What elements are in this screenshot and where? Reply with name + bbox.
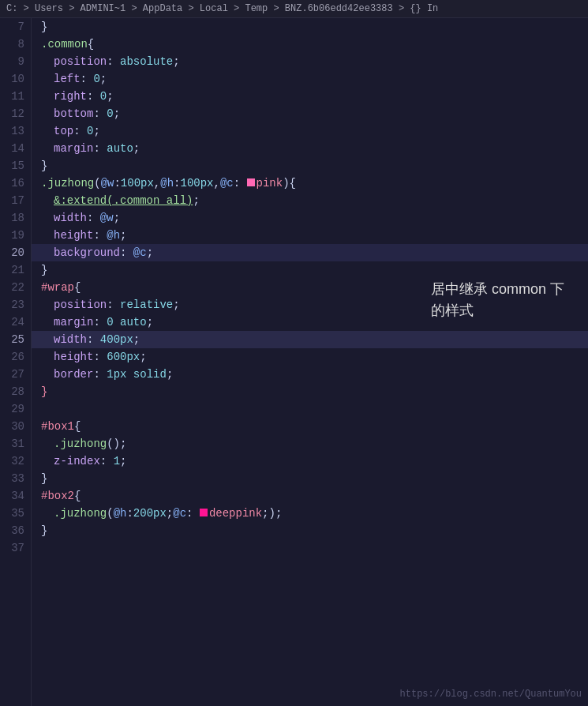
line-num-27: 27 — [6, 366, 24, 383]
code-line-25: width: 400px; — [32, 331, 588, 348]
code-line-20: background: @c; — [32, 244, 588, 261]
code-line-27: border: 1px solid; — [32, 366, 588, 383]
code-line-11: right: 0; — [32, 88, 588, 105]
line-num-8: 8 — [6, 36, 24, 53]
annotation-tooltip: 居中继承 common 下 的样式 — [431, 279, 564, 321]
color-swatch-deeppink — [200, 509, 208, 516]
line-num-9: 9 — [6, 53, 24, 70]
code-line-21: } — [32, 261, 588, 279]
line-num-31: 31 — [6, 435, 24, 453]
line-num-15: 15 — [6, 157, 24, 175]
code-line-16: .juzhong(@w:100px,@h:100px,@c: pink){ — [32, 175, 588, 192]
code-line-8: .common{ — [32, 36, 588, 53]
line-num-23: 23 — [6, 296, 24, 314]
color-swatch-pink — [247, 178, 255, 186]
code-line-19: height: @h; — [32, 227, 588, 244]
code-line-18: width: @w; — [32, 209, 588, 227]
code-line-26: height: 600px; — [32, 348, 588, 366]
line-num-14: 14 — [6, 140, 24, 157]
code-line-29 — [32, 400, 588, 418]
code-line-14: margin: auto; — [32, 140, 588, 157]
line-num-18: 18 — [6, 209, 24, 227]
line-num-30: 30 — [6, 418, 24, 435]
code-line-13: top: 0; — [32, 122, 588, 140]
code-line-30: #box1{ — [32, 418, 588, 435]
breadcrumb: C: > Users > ADMINI~1 > AppData > Local … — [0, 0, 588, 18]
editor-container: C: > Users > ADMINI~1 > AppData > Local … — [0, 0, 588, 706]
line-num-29: 29 — [6, 400, 24, 418]
code-line-28: } — [32, 383, 588, 400]
line-num-32: 32 — [6, 453, 24, 470]
code-area: 7 8 9 10 11 12 13 14 15 16 17 18 19 20 2… — [0, 18, 588, 706]
code-line-33: } — [32, 470, 588, 487]
code-line-32: z-index: 1; — [32, 453, 588, 470]
line-num-21: 21 — [6, 261, 24, 279]
line-num-35: 35 — [6, 505, 24, 522]
code-line-15: } — [32, 157, 588, 175]
annotation-line1: 居中继承 common 下 — [431, 281, 564, 297]
line-num-34: 34 — [6, 487, 24, 505]
code-line-10: left: 0; — [32, 70, 588, 88]
line-num-12: 12 — [6, 105, 24, 122]
line-numbers: 7 8 9 10 11 12 13 14 15 16 17 18 19 20 2… — [0, 18, 32, 706]
annotation-line2: 的样式 — [431, 302, 474, 318]
code-line-35: .juzhong(@h:200px;@c: deeppink;); — [32, 505, 588, 522]
line-num-17: 17 — [6, 192, 24, 209]
code-line-7: } — [32, 18, 588, 36]
line-num-25: 25 — [6, 331, 24, 348]
line-num-11: 11 — [6, 88, 24, 105]
watermark: https://blog.csdn.net/QuantumYou — [400, 689, 582, 700]
code-line-34: #box2{ — [32, 487, 588, 505]
code-line-37 — [32, 539, 588, 557]
line-num-13: 13 — [6, 122, 24, 140]
line-num-10: 10 — [6, 70, 24, 88]
code-line-17: &:extend(.common all); — [32, 192, 588, 209]
line-num-37: 37 — [6, 539, 24, 557]
line-num-26: 26 — [6, 348, 24, 366]
code-line-36: } — [32, 522, 588, 539]
code-line-9: position: absolute; — [32, 53, 588, 70]
line-num-7: 7 — [6, 18, 24, 36]
line-num-33: 33 — [6, 470, 24, 487]
code-line-12: bottom: 0; — [32, 105, 588, 122]
line-num-24: 24 — [6, 314, 24, 331]
line-num-22: 22 — [6, 279, 24, 296]
line-num-28: 28 — [6, 383, 24, 400]
line-num-16: 16 — [6, 175, 24, 192]
line-num-20: 20 — [6, 244, 24, 261]
line-num-19: 19 — [6, 227, 24, 244]
code-content[interactable]: } .common{ position: absolute; left: 0; … — [32, 18, 588, 706]
line-num-36: 36 — [6, 522, 24, 539]
code-line-31: .juzhong(); — [32, 435, 588, 453]
breadcrumb-text: C: > Users > ADMINI~1 > AppData > Local … — [6, 3, 438, 14]
